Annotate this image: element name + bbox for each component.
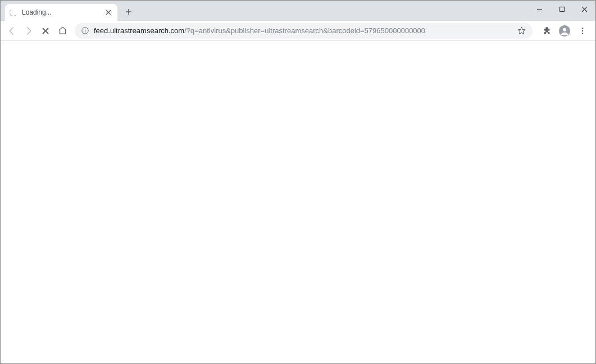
svg-rect-0 xyxy=(559,7,564,11)
url-text: feed.ultrastreamsearch.com/?q=antivirus&… xyxy=(94,26,512,35)
address-bar[interactable]: feed.ultrastreamsearch.com/?q=antivirus&… xyxy=(75,23,533,39)
menu-button[interactable] xyxy=(575,24,590,38)
svg-point-6 xyxy=(582,30,583,31)
close-window-button[interactable] xyxy=(573,1,595,17)
window-controls xyxy=(528,1,595,17)
tab-title: Loading... xyxy=(22,8,104,16)
profile-avatar-icon[interactable] xyxy=(557,24,572,38)
maximize-button[interactable] xyxy=(550,1,573,17)
svg-point-7 xyxy=(582,33,583,34)
svg-point-5 xyxy=(582,28,583,29)
loading-spinner-icon xyxy=(10,8,17,16)
browser-tab[interactable]: Loading... xyxy=(5,4,117,21)
minimize-button[interactable] xyxy=(528,1,550,17)
new-tab-button[interactable] xyxy=(121,4,137,20)
site-info-icon[interactable] xyxy=(80,26,89,35)
forward-button[interactable] xyxy=(21,23,37,39)
toolbar: feed.ultrastreamsearch.com/?q=antivirus&… xyxy=(1,21,595,41)
home-button[interactable] xyxy=(54,23,70,39)
extensions-icon[interactable] xyxy=(539,24,554,38)
page-content xyxy=(1,41,595,363)
svg-point-2 xyxy=(84,29,85,30)
close-tab-button[interactable] xyxy=(104,8,113,17)
stop-reload-button[interactable] xyxy=(38,23,53,39)
url-path: /?q=antivirus&publisher=ultrastreamsearc… xyxy=(184,26,425,35)
url-host: feed.ultrastreamsearch.com xyxy=(94,26,184,35)
back-button[interactable] xyxy=(4,23,20,39)
bookmark-star-icon[interactable] xyxy=(517,26,527,36)
titlebar: Loading... xyxy=(1,1,595,21)
toolbar-right xyxy=(537,24,592,38)
svg-point-4 xyxy=(563,28,566,31)
